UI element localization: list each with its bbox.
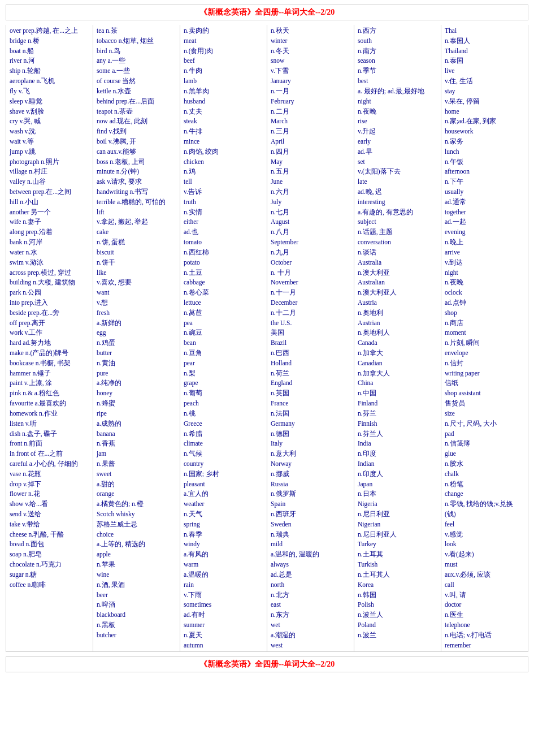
entry-line: n.秋天 [271, 26, 350, 36]
entry-line: chicken [184, 157, 263, 167]
entry-line: Brazil [271, 338, 350, 348]
entry-line: n.加拿大人 [358, 369, 437, 379]
entry-line: wine [97, 570, 176, 580]
entry-line: now ad.现在, 此刻 [97, 116, 176, 127]
entry-line: water n.水 [10, 248, 89, 258]
entry-line: husband [184, 97, 263, 107]
entry-line: n.七月 [271, 208, 350, 218]
entry-line: n.十一月 [271, 288, 350, 298]
entry-line: n.挪威 [271, 469, 350, 479]
entry-line: flower n.花 [10, 489, 89, 499]
entry-line: Turkish [358, 560, 437, 570]
entry-line: n.香蕉 [97, 439, 176, 449]
entry-line: shop [445, 308, 524, 318]
entry-line: Austria [358, 298, 437, 308]
entry-line: n.片刻, 瞬间 [445, 338, 524, 348]
entry-line: v.呆在, 停留 [445, 97, 524, 107]
entry-line: early [358, 137, 437, 147]
entry-line: n.波兰人 [358, 610, 437, 620]
entry-line: November [271, 278, 350, 288]
entry-line: orange [97, 489, 176, 499]
entry-line: vase n.花瓶 [10, 469, 89, 479]
entry-line: ad.通常 [445, 197, 524, 208]
entry-line: any a.一些 [97, 56, 176, 66]
entry-line: n.德国 [271, 429, 350, 439]
column-2: tea n.茶tobacco n.烟草, 烟丝bird n.鸟any a.一些s… [93, 25, 180, 651]
entry-line: n.家;ad.在家, 到家 [445, 116, 524, 127]
entry-line: n.东方 [271, 610, 350, 620]
entry-line: a. 最好的; ad.最,最好地 [358, 87, 437, 97]
entry-line: night [358, 97, 437, 107]
entry-line: n.南方 [358, 46, 437, 57]
entry-line: valley n.山谷 [10, 177, 89, 187]
column-3: n.卖肉的meatn.(食用)肉beefn.牛肉lambn.羔羊肉husband… [180, 25, 267, 651]
entry-line: n.肉馅, 绞肉 [184, 147, 263, 157]
entry-line: a.新鲜的 [97, 318, 176, 329]
entry-line: season [358, 56, 437, 66]
entry-line: n.英国 [271, 388, 350, 399]
entry-line: ad.点钟 [445, 298, 524, 308]
entry-line: glue [445, 449, 524, 459]
entry-line: night [445, 268, 524, 278]
entry-line: n.话题, 主题 [358, 227, 437, 237]
entry-line: n.饼, 蛋糕 [97, 237, 176, 248]
entry-line: February [271, 97, 350, 107]
entry-line: ripe [97, 409, 176, 419]
entry-line: n.(食用)肉 [184, 46, 263, 57]
entry-line: n.冬天 [271, 46, 350, 57]
entry-line: honey [97, 388, 176, 399]
entry-line: grape [184, 378, 263, 388]
entry-line: March [271, 116, 350, 127]
entry-line: n.鸡 [184, 167, 263, 177]
entry-line: v.(太阳)落下去 [358, 167, 437, 177]
entry-line: China [358, 378, 437, 388]
header-title: 《新概念英语》全四册--单词大全--2/20 [199, 8, 335, 16]
entry-line: envelope [445, 348, 524, 358]
entry-line: egg [97, 328, 176, 338]
entry-line: a.有风的 [184, 550, 263, 560]
entry-line: lamb [184, 76, 263, 87]
footer-bar: 《新概念英语》全四册--单词大全--2/20 [6, 656, 528, 672]
entry-line: east [271, 600, 350, 610]
entry-line: always [271, 560, 350, 570]
entry-line: village n.村庄 [10, 167, 89, 177]
entry-line: Finland [358, 399, 437, 409]
entry-line: climate [184, 439, 263, 449]
entry-line: n.豌豆 [184, 328, 263, 338]
entry-line: pink n.& a.粉红色 [10, 388, 89, 399]
entry-line: bean [184, 338, 263, 348]
entry-line: beef [184, 56, 263, 66]
entry-line: telephone [445, 620, 524, 630]
entry-line: hard ad.努力地 [10, 338, 89, 348]
entry-line: remember [445, 641, 524, 651]
entry-line: a.橘黄色的; n.橙 [97, 499, 176, 509]
entry-line: n.波兰 [358, 630, 437, 641]
entry-line: v.叫, 请 [445, 590, 524, 601]
entry-line: paint v.上漆, 涂 [10, 378, 89, 388]
entry-line: warm [184, 560, 263, 570]
entry-line: evening [445, 227, 524, 237]
entry-line: n.十二月 [271, 308, 350, 318]
entry-line: India [358, 439, 437, 449]
entry-line: stay [445, 87, 524, 97]
entry-line: n.豆角 [184, 348, 263, 358]
entry-line: Greece [184, 419, 263, 429]
entry-line: n.芬兰 [358, 409, 437, 419]
entry-line: aux.v.必须, 应该 [445, 570, 524, 580]
entry-line: Scotch whisky [97, 509, 176, 520]
entry-line: dish n.盘子, 碟子 [10, 429, 89, 439]
entry-line: lunch [445, 147, 524, 157]
entry-line: jump v.跳 [10, 147, 89, 157]
entry-line: take v.带给 [10, 520, 89, 530]
entry-line: north [271, 580, 350, 590]
entry-line: south [358, 36, 437, 46]
entry-line: subject [358, 217, 437, 227]
entry-line: n.信封 [445, 358, 524, 369]
entry-line: afternoon [445, 167, 524, 177]
entry-line: ad.也 [184, 227, 263, 237]
entry-line: along prep.沿着 [10, 227, 89, 237]
entry-line: tea n.茶 [97, 26, 176, 36]
column-4: n.秋天wintern.冬天snowv.下雪Januaryn.一月Februar… [267, 25, 354, 651]
entry-line: n.俄罗斯 [271, 489, 350, 499]
entry-line: v.看(起来) [445, 550, 524, 560]
